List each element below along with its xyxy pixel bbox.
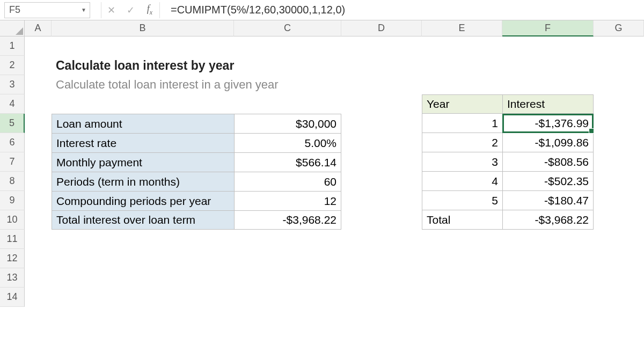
row-head-13[interactable]: 13 <box>0 268 25 288</box>
row-head-6[interactable]: 6 <box>0 133 25 152</box>
interest-cell[interactable]: -$1,376.99 <box>502 114 594 133</box>
loan-label[interactable]: Loan amount <box>52 114 234 133</box>
loan-value[interactable]: $566.14 <box>234 152 341 172</box>
col-head-F[interactable]: F <box>502 20 594 36</box>
year-cell[interactable]: 3 <box>422 152 502 172</box>
interest-cell[interactable]: -$502.35 <box>502 172 594 191</box>
row-head-1[interactable]: 1 <box>0 36 25 56</box>
loan-label[interactable]: Compounding periods per year <box>52 191 234 210</box>
col-head-B[interactable]: B <box>52 20 234 36</box>
row-head-3[interactable]: 3 <box>0 75 25 94</box>
year-cell[interactable]: 1 <box>422 114 502 133</box>
spreadsheet-grid[interactable]: A B C D E F G 1 2 3 4 5 6 7 8 9 10 11 12… <box>0 20 644 338</box>
loan-value[interactable]: $30,000 <box>234 114 341 133</box>
loan-label[interactable]: Interest rate <box>52 133 234 152</box>
loan-value[interactable]: 12 <box>234 191 341 210</box>
interest-cell[interactable]: -$808.56 <box>502 152 594 172</box>
loan-value[interactable]: -$3,968.22 <box>234 210 341 230</box>
year-header[interactable]: Year <box>422 94 502 114</box>
total-label[interactable]: Total <box>422 210 502 230</box>
loan-value[interactable]: 5.00% <box>234 133 341 152</box>
cancel-icon[interactable]: ✕ <box>101 4 121 16</box>
col-head-C[interactable]: C <box>234 20 341 36</box>
row-head-11[interactable]: 11 <box>0 230 25 249</box>
row-head-7[interactable]: 7 <box>0 152 25 172</box>
row-head-4[interactable]: 4 <box>0 94 25 114</box>
col-head-D[interactable]: D <box>341 20 422 36</box>
loan-value[interactable]: 60 <box>234 172 341 191</box>
dropdown-icon[interactable]: ▼ <box>81 7 86 13</box>
row-head-12[interactable]: 12 <box>0 249 25 268</box>
year-cell[interactable]: 4 <box>422 172 502 191</box>
page-subtitle: Calculate total loan interest in a given… <box>52 75 502 94</box>
col-head-G[interactable]: G <box>594 20 644 36</box>
col-head-A[interactable]: A <box>25 20 52 36</box>
col-head-E[interactable]: E <box>422 20 502 36</box>
row-head-9[interactable]: 9 <box>0 191 25 210</box>
name-box[interactable]: F5 ▼ <box>4 2 90 18</box>
page-title: Calculate loan interest by year <box>52 56 422 75</box>
interest-cell[interactable]: -$180.47 <box>502 191 594 210</box>
loan-label[interactable]: Periods (term in months) <box>52 172 234 191</box>
interest-cell[interactable]: -$1,099.86 <box>502 133 594 152</box>
name-box-value: F5 <box>9 4 20 16</box>
select-all-corner[interactable] <box>0 20 25 36</box>
fx-icon[interactable]: fx <box>140 3 159 17</box>
row-head-8[interactable]: 8 <box>0 172 25 191</box>
row-head-14[interactable]: 14 <box>0 288 25 307</box>
year-cell[interactable]: 2 <box>422 133 502 152</box>
formula-input[interactable]: =CUMIPMT(5%/12,60,30000,1,12,0) <box>160 2 644 18</box>
row-head-5[interactable]: 5 <box>0 114 25 133</box>
total-value[interactable]: -$3,968.22 <box>502 210 594 230</box>
row-head-10[interactable]: 10 <box>0 210 25 230</box>
row-head-2[interactable]: 2 <box>0 56 25 75</box>
loan-label[interactable]: Monthly payment <box>52 152 234 172</box>
formula-bar: F5 ▼ ✕ ✓ fx =CUMIPMT(5%/12,60,30000,1,12… <box>0 0 644 20</box>
year-cell[interactable]: 5 <box>422 191 502 210</box>
interest-header[interactable]: Interest <box>502 94 594 114</box>
loan-label[interactable]: Total interest over loan term <box>52 210 234 230</box>
enter-icon[interactable]: ✓ <box>121 4 140 16</box>
